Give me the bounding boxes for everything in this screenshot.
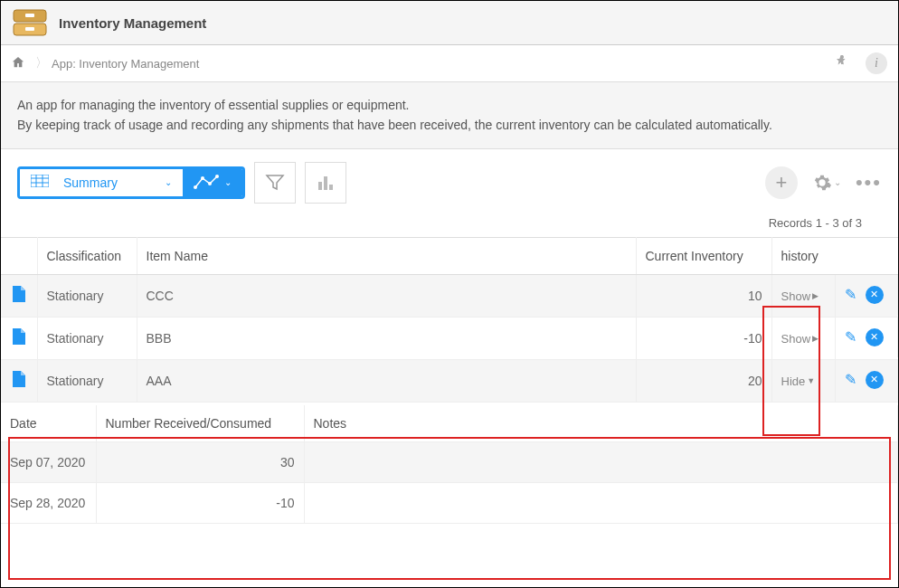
history-header-row: Date Number Received/Consumed Notes	[1, 405, 898, 442]
history-show-toggle[interactable]: Show▶	[781, 289, 819, 303]
history-row: Sep 28, 2020 -10	[1, 482, 898, 523]
breadcrumb: 〉 App: Inventory Management i	[1, 45, 898, 82]
hcell-notes	[304, 482, 898, 523]
svg-rect-17	[329, 185, 333, 190]
history-sub-table: Date Number Received/Consumed Notes Sep …	[1, 405, 898, 524]
chevron-down-icon: ⌄	[224, 177, 232, 187]
svg-rect-15	[318, 182, 322, 190]
plus-icon: +	[775, 171, 787, 194]
toolbar: Summary ⌄ ⌄ + ⌄ •••	[1, 149, 898, 216]
edit-button[interactable]: ✎	[845, 286, 856, 303]
cell-item-name: CCC	[137, 274, 636, 317]
col-classification[interactable]: Classification	[37, 237, 137, 274]
record-icon[interactable]	[1, 359, 37, 402]
graph-button[interactable]: ⌄	[183, 169, 242, 196]
svg-rect-3	[25, 27, 34, 31]
edit-button[interactable]: ✎	[845, 371, 856, 388]
triangle-down-icon: ▼	[807, 376, 815, 385]
triangle-right-icon: ▶	[812, 291, 819, 300]
hcell-date: Sep 28, 2020	[1, 482, 96, 523]
table-header-row: Classification Item Name Current Invento…	[1, 237, 898, 274]
view-label: Summary	[63, 175, 118, 190]
cell-classification: Stationary	[37, 317, 137, 359]
settings-button[interactable]: ⌄	[812, 173, 841, 193]
filter-button[interactable]	[254, 162, 296, 204]
table-row: Stationary BBB -10 Show▶ ✎✕	[1, 317, 898, 359]
col-history[interactable]: history	[771, 237, 835, 274]
view-selector-group: Summary ⌄ ⌄	[17, 166, 245, 199]
history-hide-toggle[interactable]: Hide▼	[781, 375, 816, 388]
hcol-date: Date	[1, 405, 96, 442]
ellipsis-icon: •••	[856, 171, 882, 194]
hcell-number: 30	[96, 441, 304, 482]
table-row: Stationary CCC 10 Show▶ ✎✕	[1, 274, 898, 317]
home-icon[interactable]	[12, 56, 24, 71]
hcell-number: -10	[96, 482, 304, 523]
record-icon[interactable]	[1, 317, 37, 359]
svg-rect-1	[25, 14, 34, 17]
triangle-right-icon: ▶	[812, 334, 819, 343]
line-graph-icon	[194, 175, 219, 191]
more-button[interactable]: •••	[856, 171, 882, 194]
record-icon[interactable]	[1, 274, 37, 317]
col-item-name[interactable]: Item Name	[137, 237, 636, 274]
svg-rect-6	[31, 175, 49, 187]
col-actions	[835, 237, 898, 274]
breadcrumb-text[interactable]: App: Inventory Management	[52, 57, 199, 71]
app-cabinet-icon	[12, 8, 48, 37]
table-icon	[31, 175, 49, 190]
history-show-toggle[interactable]: Show▶	[781, 332, 819, 346]
chevron-down-icon: ⌄	[165, 177, 172, 187]
pin-icon[interactable]	[837, 55, 847, 72]
chevron-down-icon: ⌄	[834, 177, 841, 187]
cell-item-name: BBB	[137, 317, 636, 359]
cell-classification: Stationary	[37, 274, 137, 317]
gear-icon	[812, 173, 832, 193]
chart-button[interactable]	[305, 162, 346, 204]
cell-inventory: -10	[636, 317, 771, 359]
hcol-notes: Notes	[304, 405, 898, 442]
breadcrumb-separator: 〉	[35, 55, 48, 71]
svg-rect-16	[324, 176, 327, 190]
delete-button[interactable]: ✕	[866, 328, 884, 346]
app-header: Inventory Management	[1, 1, 898, 45]
svg-point-5	[840, 55, 844, 59]
records-info: Records 1 - 3 of 3	[1, 216, 898, 237]
col-current-inventory[interactable]: Current Inventory	[636, 237, 771, 274]
delete-button[interactable]: ✕	[866, 371, 884, 389]
app-description: An app for managing the inventory of ess…	[1, 82, 898, 149]
table-row: Stationary AAA 20 Hide▼ ✎✕	[1, 359, 898, 402]
edit-button[interactable]: ✎	[845, 328, 856, 346]
cell-classification: Stationary	[37, 359, 137, 402]
hcol-number: Number Received/Consumed	[96, 405, 304, 442]
description-line2: By keeping track of usage and recording …	[17, 115, 882, 135]
view-dropdown[interactable]: Summary ⌄	[20, 169, 183, 196]
description-line1: An app for managing the inventory of ess…	[17, 95, 882, 115]
funnel-icon	[265, 173, 285, 193]
col-icon	[1, 237, 37, 274]
delete-button[interactable]: ✕	[866, 286, 884, 304]
app-title: Inventory Management	[59, 15, 206, 31]
cell-inventory: 20	[636, 359, 771, 402]
cell-inventory: 10	[636, 274, 771, 317]
inventory-table: Classification Item Name Current Invento…	[1, 237, 898, 403]
history-row: Sep 07, 2020 30	[1, 441, 898, 482]
bar-chart-icon	[316, 173, 336, 193]
hcell-notes	[304, 441, 898, 482]
info-icon[interactable]: i	[866, 52, 887, 74]
hcell-date: Sep 07, 2020	[1, 441, 96, 482]
cell-item-name: AAA	[137, 359, 636, 402]
add-button[interactable]: +	[765, 166, 798, 199]
